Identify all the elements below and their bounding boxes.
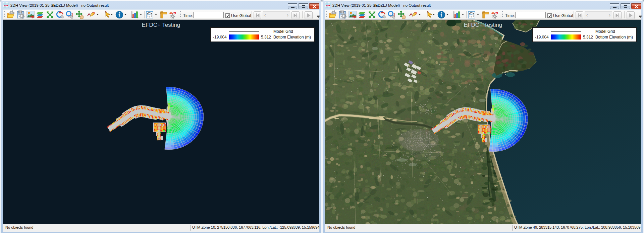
svg-text:2DH: 2DH	[326, 4, 330, 7]
svg-text:2DH: 2DH	[4, 4, 8, 7]
